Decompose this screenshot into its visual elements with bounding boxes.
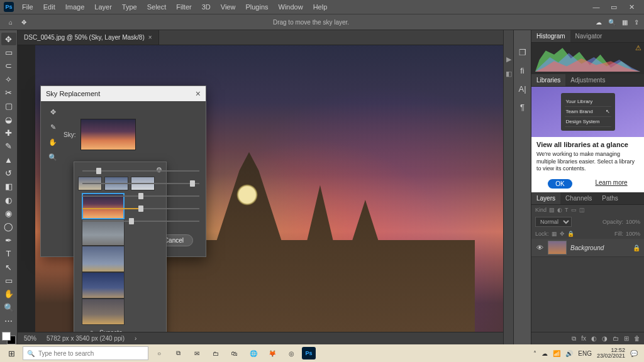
menu-window[interactable]: Window [274,1,308,13]
wifi-icon[interactable]: 📶 [553,350,560,357]
lock-position-icon[interactable]: ✥ [560,231,565,237]
share-icon[interactable]: ⇪ [634,19,639,26]
menu-filter[interactable]: Filter [172,1,196,13]
lasso-tool[interactable]: ⊂ [1,60,16,72]
workspace-icon[interactable]: ▦ [622,19,628,26]
home-icon[interactable]: ⌂ [5,16,16,28]
slider-brightness[interactable] [82,192,199,200]
taskbar-search[interactable]: 🔍 Type here to search [23,346,148,360]
gradient-tool[interactable]: ◐ [1,194,16,206]
adjustment-icon[interactable]: ◑ [602,335,608,342]
ok-button[interactable]: OK [548,179,572,189]
slider-fade-edge[interactable] [82,179,199,188]
window-close-icon[interactable]: ✕ [623,1,640,13]
menu-help[interactable]: Help [309,1,332,13]
swatches-panel-icon[interactable]: ◧ [506,70,512,78]
learn-more-link[interactable]: Learn more [596,179,628,189]
sky-thumb[interactable] [82,272,125,299]
heal-tool[interactable]: ✚ [1,126,16,139]
sky-preset-thumb[interactable] [80,119,136,150]
menu-type[interactable]: Type [118,1,142,13]
group-icon[interactable]: 🗀 [613,335,619,342]
new-layer-icon[interactable]: ⊞ [624,335,629,342]
lock-all-icon[interactable]: 🔒 [567,231,574,237]
styles-icon[interactable]: ❐ [519,48,526,57]
mail-icon[interactable]: ✉ [189,346,205,361]
filter-smart-icon[interactable]: ◫ [579,207,585,213]
zoom-icon[interactable]: 🔍 [47,151,58,163]
edge-icon[interactable]: 🌐 [245,346,262,361]
wand-tool[interactable]: ✧ [1,73,16,85]
brush-icon[interactable]: ✎ [47,121,58,133]
blend-mode-select[interactable]: Normal [535,217,572,227]
hand-icon[interactable]: ✋ [47,136,58,148]
color-panel-icon[interactable]: ▶ [506,55,511,63]
tab-layers[interactable]: Layers [531,192,560,204]
close-icon[interactable]: × [148,34,152,41]
window-minimize-icon[interactable]: — [587,1,605,13]
slider-scale[interactable] [82,217,199,226]
move-tool-icon[interactable]: ✥ [21,19,26,26]
pen-tool[interactable]: ✒ [1,234,16,246]
lock-icon[interactable]: 🔒 [633,244,640,251]
menu-file[interactable]: File [18,1,38,13]
lock-pixels-icon[interactable]: ▦ [552,231,557,237]
dodge-tool[interactable]: ◯ [1,221,16,233]
path-tool[interactable]: ↖ [1,261,16,273]
eraser-tool[interactable]: ◧ [1,180,16,193]
menu-select[interactable]: Select [143,1,171,13]
menu-3d[interactable]: 3D [197,1,215,13]
canvas[interactable]: Sky Replacement × ✥ ✎ ✋ 🔍 Sky: [18,45,503,332]
filter-shape-icon[interactable]: ▭ [571,207,577,213]
cloud-icon[interactable]: ☁ [596,19,602,26]
eyedropper-tool[interactable]: ◒ [1,113,16,126]
fill-value[interactable]: 100% [626,231,640,237]
sky-thumb[interactable] [82,246,125,272]
photoshop-taskbar-icon[interactable]: Ps [302,347,316,359]
stamp-tool[interactable]: ▲ [1,153,16,166]
crop-tool[interactable]: ✂ [1,86,16,99]
slider-temperature[interactable] [82,204,199,213]
marquee-tool[interactable]: ▭ [1,46,16,58]
search-icon[interactable]: 🔍 [608,19,616,26]
filter-pixel-icon[interactable]: ▧ [549,207,555,213]
layer-row[interactable]: 👁 Background 🔒 [531,239,644,257]
move-icon[interactable]: ✥ [47,106,58,118]
tab-histogram[interactable]: Histogram [531,30,570,42]
chevron-right-icon[interactable]: › [135,335,136,342]
hand-tool[interactable]: ✋ [1,288,16,300]
menu-layer[interactable]: Layer [90,1,116,13]
menu-view[interactable]: View [216,1,240,13]
document-tab[interactable]: DSC_0045.jpg @ 50% (Sky, Layer Mask/8) × [18,30,159,45]
link-icon[interactable]: ⧉ [572,335,576,343]
menu-plugins[interactable]: Plugins [241,1,272,13]
sky-thumb[interactable] [82,299,125,325]
brush-tool[interactable]: ✎ [1,140,16,153]
character-icon[interactable]: A| [518,84,526,94]
fx-icon[interactable]: fx [581,335,586,342]
filter-adjust-icon[interactable]: ◐ [557,207,562,213]
tab-channels[interactable]: Channels [560,192,597,204]
glyphs-icon[interactable]: fi [520,66,525,75]
zoom-tool[interactable]: 🔍 [1,301,16,314]
sky-folder[interactable]: ⌄ 🗀 Sunsets [78,327,162,332]
dialog-titlebar[interactable]: Sky Replacement × [41,86,206,101]
tab-adjustments[interactable]: Adjustments [565,74,610,86]
opacity-value[interactable]: 100% [626,219,640,225]
onedrive-icon[interactable]: ☁ [541,350,548,357]
firefox-icon[interactable]: 🦊 [264,346,280,361]
taskview-icon[interactable]: ⧉ [170,346,186,361]
frame-tool[interactable]: ▢ [1,100,16,112]
slider-shift-edge[interactable] [82,167,199,175]
close-icon[interactable]: × [196,89,201,99]
warning-icon[interactable]: ⚠ [635,44,641,52]
explorer-icon[interactable]: 🗀 [208,346,224,361]
mask-icon[interactable]: ◐ [591,335,597,342]
store-icon[interactable]: 🛍 [226,346,243,361]
chrome-icon[interactable]: ◎ [283,346,299,361]
trash-icon[interactable]: 🗑 [634,335,640,342]
history-brush-tool[interactable]: ↺ [1,167,16,179]
tray-chevron-icon[interactable]: ˄ [533,350,536,357]
menu-image[interactable]: Image [61,1,89,13]
tab-navigator[interactable]: Navigator [570,30,608,42]
